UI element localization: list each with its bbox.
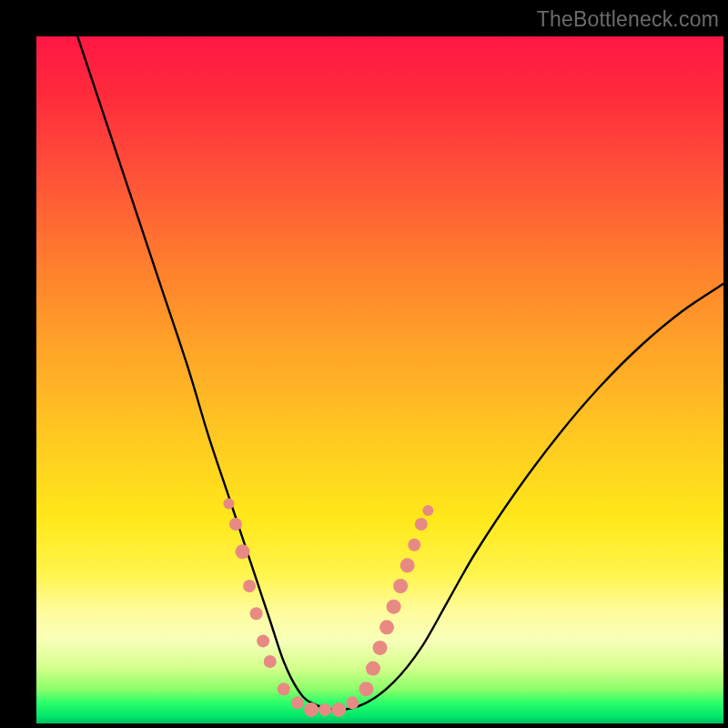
benchmark-point xyxy=(387,600,401,614)
watermark-text: TheBottleneck.com xyxy=(537,7,719,32)
benchmark-point xyxy=(250,607,263,620)
benchmark-point xyxy=(318,703,331,716)
benchmark-point xyxy=(264,655,277,668)
benchmark-points xyxy=(223,498,433,717)
benchmark-point xyxy=(229,518,242,531)
benchmark-point xyxy=(379,620,394,634)
benchmark-point xyxy=(415,518,428,531)
benchmark-point xyxy=(243,580,256,592)
benchmark-point xyxy=(223,498,234,509)
benchmark-point xyxy=(393,579,408,593)
benchmark-point xyxy=(422,505,433,516)
benchmark-point xyxy=(408,539,420,551)
chart-svg xyxy=(36,36,723,723)
benchmark-point xyxy=(373,641,388,655)
benchmark-point xyxy=(291,696,304,709)
benchmark-point xyxy=(278,682,290,695)
plot-area xyxy=(36,36,723,723)
benchmark-point xyxy=(236,544,250,559)
benchmark-point xyxy=(257,634,269,647)
benchmark-point xyxy=(304,703,318,717)
benchmark-point xyxy=(400,558,415,572)
benchmark-point xyxy=(346,696,359,709)
benchmark-point xyxy=(359,682,373,696)
benchmark-point xyxy=(331,703,346,717)
benchmark-point xyxy=(366,662,380,676)
chart-stage: TheBottleneck.com xyxy=(0,0,728,728)
